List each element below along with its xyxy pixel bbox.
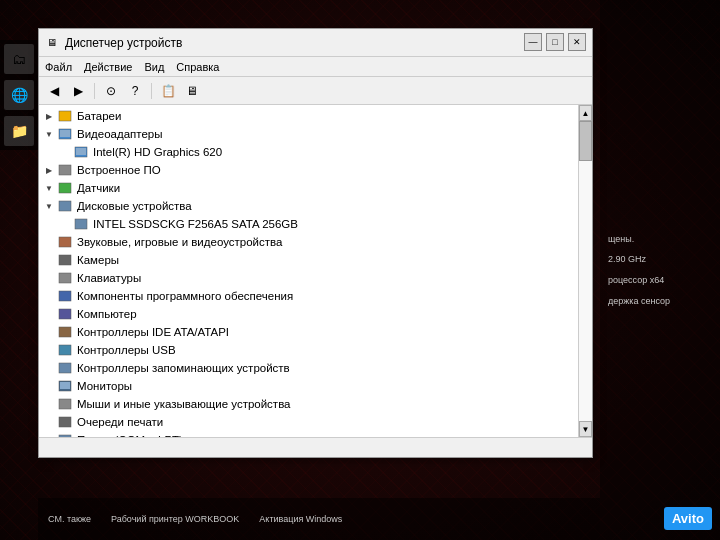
item-label-computer: Компьютер [77,308,137,320]
side-text-4: держка сенсор [608,295,712,308]
item-label-display: Видеоадаптеры [77,128,163,140]
tree-item-cameras[interactable]: Камеры [39,251,578,269]
scrollbar[interactable]: ▲ ▼ [578,105,592,437]
tree-item-ide[interactable]: Контроллеры IDE ATA/ATAPI [39,323,578,341]
toolbar: ◀ ▶ ⊙ ? 📋 🖥 [39,77,592,105]
expand-arrow-disks[interactable]: ▼ [43,200,55,212]
svg-rect-12 [59,291,71,301]
tree-item-print_queues[interactable]: Очереди печати [39,413,578,431]
svg-rect-18 [60,382,70,389]
tree-item-sensors[interactable]: ▼Датчики [39,179,578,197]
device-list-button[interactable]: 📋 [157,80,179,102]
toolbar-separator-1 [94,83,95,99]
svg-rect-7 [59,201,71,211]
tree-item-display[interactable]: ▼Видеоадаптеры [39,125,578,143]
scroll-down-button[interactable]: ▼ [579,421,592,437]
tree-item-keyboards[interactable]: Клавиатуры [39,269,578,287]
item-icon-ssd [73,217,89,231]
item-icon-display [57,127,73,141]
svg-rect-4 [76,148,86,155]
item-label-firmware: Встроенное ПО [77,164,161,176]
item-icon-storage [57,361,73,375]
bottom-activation-text: Активация Windows [259,514,342,524]
back-button[interactable]: ◀ [43,80,65,102]
item-label-ssd: INTEL SSDSCKG F256A5 SATA 256GB [93,218,298,230]
item-label-ide: Контроллеры IDE ATA/ATAPI [77,326,229,338]
expand-arrow-sensors[interactable]: ▼ [43,182,55,194]
forward-button[interactable]: ▶ [67,80,89,102]
tree-item-batteries[interactable]: ▶Батареи [39,107,578,125]
item-icon-mice [57,397,73,411]
scroll-thumb[interactable] [579,121,592,161]
close-button[interactable]: ✕ [568,33,586,51]
item-icon-sound [57,235,73,249]
bottom-left-text: CM. также [48,514,91,524]
item-icon-firmware [57,163,73,177]
device-manager-window: 🖥 Диспетчер устройств — □ ✕ Файл Действи… [38,28,593,458]
expand-arrow-firmware[interactable]: ▶ [43,164,55,176]
svg-rect-16 [59,363,71,373]
svg-rect-6 [59,183,71,193]
tree-item-computer[interactable]: Компьютер [39,305,578,323]
svg-rect-20 [59,417,71,427]
tree-item-software[interactable]: Компоненты программного обеспечения [39,287,578,305]
scroll-track[interactable] [579,121,592,421]
side-text-1: щены. [608,233,712,246]
tree-item-sound[interactable]: Звуковые, игровые и видеоустройства [39,233,578,251]
device-tree[interactable]: ▶Батареи▼ВидеоадаптерыIntel(R) HD Graphi… [39,105,578,437]
tree-item-mice[interactable]: Мыши и иные указывающие устройства [39,395,578,413]
window-icon: 🖥 [45,36,59,50]
item-icon-batteries [57,109,73,123]
item-label-software: Компоненты программного обеспечения [77,290,293,302]
tree-item-usb[interactable]: Контроллеры USB [39,341,578,359]
bottom-workbook-text: Рабочий принтер WORKBOOK [111,514,239,524]
tree-item-monitors[interactable]: Мониторы [39,377,578,395]
menu-view[interactable]: Вид [144,61,164,73]
item-icon-disks [57,199,73,213]
item-label-graphics620: Intel(R) HD Graphics 620 [93,146,222,158]
item-label-monitors: Мониторы [77,380,132,392]
scroll-up-button[interactable]: ▲ [579,105,592,121]
svg-rect-2 [60,130,70,137]
svg-rect-15 [59,345,71,355]
item-icon-print_queues [57,415,73,429]
toolbar-separator-2 [151,83,152,99]
menu-help[interactable]: Справка [176,61,219,73]
tree-item-disks[interactable]: ▼Дисковые устройства [39,197,578,215]
item-icon-keyboards [57,271,73,285]
tree-item-ssd[interactable]: INTEL SSDSCKG F256A5 SATA 256GB [39,215,578,233]
svg-rect-10 [59,255,71,265]
item-label-disks: Дисковые устройства [77,200,192,212]
expand-arrow-batteries[interactable]: ▶ [43,110,55,122]
item-label-sound: Звуковые, игровые и видеоустройства [77,236,282,248]
properties-button[interactable]: ⊙ [100,80,122,102]
side-text-2: 2.90 GHz [608,253,712,266]
taskbar-left: 🗂 🌐 📁 [0,40,38,150]
computer-button[interactable]: 🖥 [181,80,203,102]
svg-rect-0 [59,111,71,121]
menu-action[interactable]: Действие [84,61,132,73]
maximize-button[interactable]: □ [546,33,564,51]
minimize-button[interactable]: — [524,33,542,51]
menu-bar: Файл Действие Вид Справка [39,57,592,77]
taskbar-icon-2[interactable]: 🌐 [4,80,34,110]
expand-arrow-display[interactable]: ▼ [43,128,55,140]
item-icon-usb [57,343,73,357]
svg-rect-11 [59,273,71,283]
tree-item-graphics620[interactable]: Intel(R) HD Graphics 620 [39,143,578,161]
help-button[interactable]: ? [124,80,146,102]
tree-item-firmware[interactable]: ▶Встроенное ПО [39,161,578,179]
item-label-cameras: Камеры [77,254,119,266]
svg-rect-9 [59,237,71,247]
menu-file[interactable]: Файл [45,61,72,73]
bottom-bar: CM. также Рабочий принтер WORKBOOK Актив… [38,498,600,540]
item-icon-monitors [57,379,73,393]
svg-rect-13 [59,309,71,319]
taskbar-icon-1[interactable]: 🗂 [4,44,34,74]
avito-badge: Avito [664,507,712,530]
taskbar-icon-3[interactable]: 📁 [4,116,34,146]
item-icon-computer [57,307,73,321]
item-icon-ide [57,325,73,339]
tree-item-storage[interactable]: Контроллеры запоминающих устройств [39,359,578,377]
item-label-batteries: Батареи [77,110,121,122]
